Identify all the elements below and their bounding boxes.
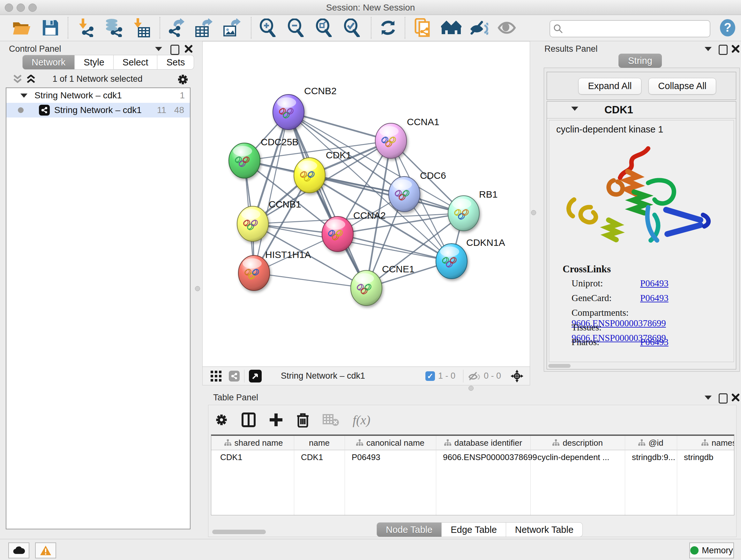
select-columns-icon[interactable] [242, 413, 256, 427]
left-splitter-handle[interactable] [195, 286, 200, 291]
gear-icon[interactable] [177, 73, 189, 85]
protein-node-cdkn1a[interactable]: CDKN1A [436, 237, 505, 279]
protein-section-header[interactable]: CDK1 [547, 102, 736, 118]
save-session-button[interactable] [40, 17, 61, 38]
control-panel-menu-button[interactable] [155, 47, 162, 52]
network-collection-row[interactable]: String Network – cdk1 1 [6, 88, 190, 103]
node-label: CDC6 [420, 170, 446, 181]
column-header-description[interactable]: description [530, 436, 625, 450]
show-all-button[interactable] [496, 17, 517, 38]
node-label: CCNB2 [304, 85, 337, 96]
warnings-button[interactable] [35, 543, 56, 558]
collection-expander-icon[interactable] [20, 94, 27, 98]
crosslink-link[interactable]: P06493 [640, 293, 669, 303]
import-network-database-button[interactable] [103, 17, 123, 38]
tab-network-table[interactable]: Network Table [506, 522, 583, 537]
home-layout-button[interactable] [441, 17, 461, 38]
cloud-status-button[interactable] [8, 543, 29, 558]
network-edge[interactable] [254, 273, 366, 288]
selected-checkbox-icon[interactable]: ✓ [425, 371, 435, 381]
column-header-canonical-name[interactable]: canonical name [345, 436, 436, 450]
protein-node-cdc25b[interactable]: CDC25B [229, 137, 298, 178]
network-edge[interactable] [254, 112, 288, 273]
search-input[interactable] [566, 23, 710, 34]
tab-sets[interactable]: Sets [157, 55, 194, 70]
copy-style-button[interactable] [412, 17, 433, 38]
attribute-table[interactable]: shared namenamecanonical namedatabase id… [211, 435, 734, 515]
close-icon [185, 45, 193, 53]
zoom-selected-button[interactable] [341, 17, 362, 38]
column-header-namespace[interactable]: namespace [677, 436, 734, 450]
network-row[interactable]: String Network – cdk1 11 48 [6, 103, 190, 118]
add-column-icon[interactable] [269, 413, 283, 427]
zoom-fit-button[interactable] [313, 17, 334, 38]
section-expander-icon[interactable] [571, 107, 578, 111]
import-network-file-button[interactable] [76, 17, 96, 38]
crosslink-link[interactable]: P06493 [640, 278, 669, 288]
protein-node-ccna1[interactable]: CCNA1 [375, 117, 440, 159]
zoom-in-button[interactable] [257, 17, 278, 38]
control-panel-float-button[interactable] [171, 45, 179, 56]
table-cell[interactable]: 9606.ENSP00000378699 [443, 452, 528, 462]
table-cell[interactable]: cyclin-dependent ... [537, 452, 622, 462]
protein-node-rb1[interactable]: RB1 [448, 189, 497, 231]
collapse-all-button[interactable]: Collapse All [649, 78, 716, 95]
tab-network[interactable]: Network [22, 55, 75, 70]
table-panel-close-button[interactable] [731, 393, 740, 401]
export-image-button[interactable] [221, 17, 242, 38]
column-header-@id[interactable]: @id [625, 436, 677, 450]
open-in-window-button[interactable] [249, 370, 262, 382]
results-panel-float-button[interactable] [719, 45, 728, 56]
memory-button[interactable]: Memory [689, 543, 734, 558]
results-panel-menu-button[interactable] [704, 47, 712, 52]
network-canvas[interactable]: CCNB2CCNA1CDC25BCDK1CDC6RB1CCNB1CCNA2CDK… [202, 41, 530, 367]
help-button[interactable]: ? [718, 17, 738, 38]
tab-select[interactable]: Select [114, 55, 158, 70]
table-cell[interactable]: CDK1 [220, 452, 291, 462]
crosslinks-title: CrossLinks [562, 263, 611, 275]
results-panel-close-button[interactable] [731, 45, 740, 53]
horizontal-splitter-handle[interactable] [468, 386, 474, 391]
open-session-button[interactable] [11, 17, 32, 38]
copy-documents-icon [414, 18, 431, 37]
column-header-database-identifier[interactable]: database identifier [436, 436, 530, 450]
pan-crosshair-icon[interactable] [510, 369, 524, 383]
protein-node-ccne1[interactable]: CCNE1 [351, 264, 414, 306]
crosslink-link[interactable]: P06493 [640, 337, 669, 347]
zoom-out-button[interactable] [285, 17, 306, 38]
export-network-button[interactable] [165, 17, 186, 38]
expand-all-button[interactable]: Expand All [578, 78, 642, 95]
import-table-button[interactable] [131, 17, 152, 38]
control-panel-close-button[interactable] [185, 45, 193, 53]
birds-eye-grid-icon[interactable] [210, 370, 222, 382]
results-tab-string[interactable]: String [618, 54, 662, 68]
right-splitter-handle[interactable] [531, 210, 536, 215]
table-cell[interactable]: CDK1 [301, 452, 342, 462]
control-panel-tabs: NetworkStyleSelectSets [22, 55, 194, 70]
tab-node-table[interactable]: Node Table [377, 522, 442, 537]
svg-text:?: ? [724, 21, 731, 34]
column-header-shared-name[interactable]: shared name [213, 436, 294, 450]
eye-icon [497, 20, 516, 35]
table-horizontal-scrollbar[interactable] [212, 530, 266, 534]
zoom-out-icon [287, 18, 304, 37]
table-cell[interactable]: stringdb [684, 452, 734, 462]
table-panel-menu-button[interactable] [704, 395, 712, 401]
column-header-name[interactable]: name [294, 436, 345, 450]
tab-edge-table[interactable]: Edge Table [442, 522, 506, 537]
export-table-button[interactable] [193, 17, 214, 38]
hide-selected-button[interactable] [468, 17, 489, 38]
search-field[interactable] [549, 20, 711, 37]
table-cell[interactable]: P06493 [352, 452, 433, 462]
refresh-button[interactable] [378, 17, 398, 38]
protein-node-ccnb1[interactable]: CCNB1 [237, 199, 301, 241]
results-horizontal-scrollbar[interactable] [548, 364, 570, 368]
network-edge[interactable] [338, 234, 452, 261]
table-panel-float-button[interactable] [719, 393, 728, 405]
table-cell[interactable]: stringdb:9... [632, 452, 674, 462]
table-settings-gear-icon[interactable] [215, 413, 228, 427]
protein-node-hist1h1a[interactable]: HIST1H1A [239, 249, 311, 291]
tab-style[interactable]: Style [75, 55, 113, 70]
import-table-icon [133, 18, 150, 37]
delete-column-trash-icon[interactable] [296, 412, 309, 428]
